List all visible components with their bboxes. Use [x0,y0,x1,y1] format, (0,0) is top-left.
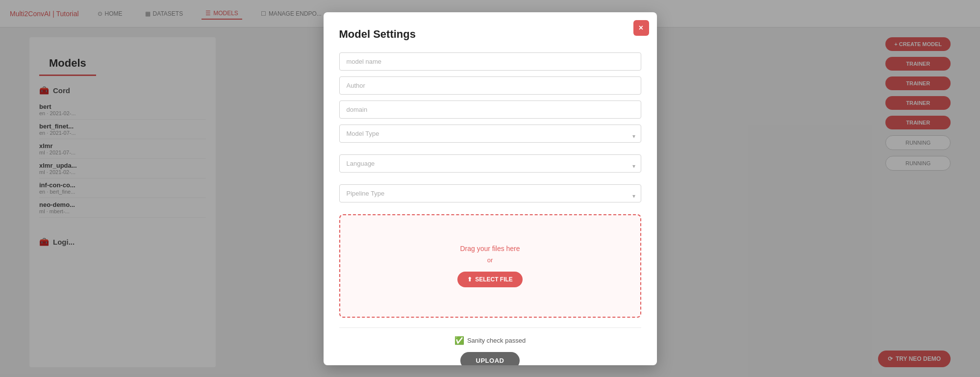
modal-overlay: Model Settings × Model Type ▾ Language ▾ [0,0,980,377]
sanity-check-text: Sanity check passed [467,337,526,344]
divider [339,327,641,328]
modal-title: Model Settings [339,28,641,41]
close-icon: × [639,24,643,32]
domain-input[interactable] [339,101,641,119]
drag-files-text: Drag your files here [350,245,630,252]
sanity-check-row: ✅ Sanity check passed [339,336,641,345]
file-drop-zone[interactable]: Drag your files here or ⬆ SELECT FILE [339,214,641,318]
model-settings-modal: Model Settings × Model Type ▾ Language ▾ [324,12,657,365]
select-file-label: SELECT FILE [475,276,513,283]
pipeline-type-wrapper: Pipeline Type ▾ [339,184,641,208]
or-text: or [350,256,630,264]
model-type-select[interactable]: Model Type [339,125,641,143]
model-type-wrapper: Model Type ▾ [339,125,641,149]
language-wrapper: Language ▾ [339,154,641,178]
select-file-button[interactable]: ⬆ SELECT FILE [457,272,523,287]
pipeline-type-select[interactable]: Pipeline Type [339,184,641,202]
author-input[interactable] [339,76,641,95]
modal-close-button[interactable]: × [633,20,649,36]
check-circle-icon: ✅ [454,336,464,345]
upload-icon: ⬆ [467,276,472,283]
language-select[interactable]: Language [339,154,641,173]
upload-button[interactable]: UPLOAD [460,352,520,365]
model-name-input[interactable] [339,52,641,71]
